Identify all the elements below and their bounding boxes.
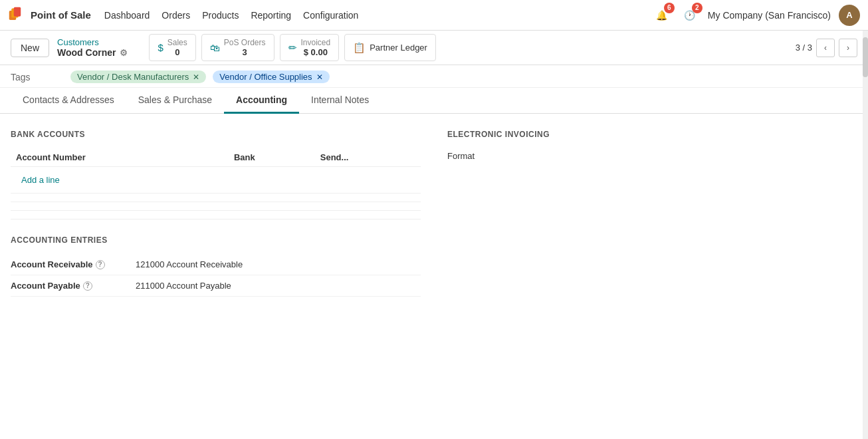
electronic-invoicing-title: ELECTRONIC INVOICING <box>447 130 857 139</box>
divider-1 <box>11 202 421 202</box>
pos-orders-stat-button[interactable]: 🛍 PoS Orders 3 <box>201 34 274 61</box>
page-info: 3 / 3 <box>796 43 812 53</box>
bank-accounts-section-title: BANK ACCOUNTS <box>11 130 421 139</box>
settings-icon[interactable]: ⚙ <box>120 48 128 58</box>
account-payable-value: 211000 Account Payable <box>136 281 231 291</box>
nav-products[interactable]: Products <box>202 10 239 21</box>
tab-sales-label: Sales & Purchase <box>138 94 212 105</box>
nav-orders[interactable]: Orders <box>162 10 190 21</box>
nav-dashboard[interactable]: Dashboard <box>104 10 150 21</box>
stat-buttons: $ Sales 0 🛍 PoS Orders 3 ✏ Invoiced $ 0.… <box>149 34 436 61</box>
tag-vendor-office: Vendor / Office Supplies ✕ <box>213 71 329 83</box>
scrollbar-thumb[interactable] <box>863 37 868 77</box>
tags-row: Tags Vendor / Desk Manufacturers ✕ Vendo… <box>0 65 868 88</box>
account-payable-label: Account Payable <box>11 281 80 291</box>
breadcrumb: Customers Wood Corner ⚙ <box>57 37 128 58</box>
bag-icon: 🛍 <box>210 42 220 53</box>
avatar-initials: A <box>846 10 852 20</box>
tag-vendor-desk-text: Vendor / Desk Manufacturers <box>77 72 189 82</box>
bank-accounts-table: Account Number Bank Send... Add a line <box>11 148 421 194</box>
notifications-button[interactable]: 🔔 6 <box>652 5 672 25</box>
action-bar: New Customers Wood Corner ⚙ $ Sales 0 🛍 … <box>0 31 868 65</box>
nav-reporting[interactable]: Reporting <box>251 10 291 21</box>
pos-orders-label: PoS Orders <box>224 38 266 47</box>
breadcrumb-parent[interactable]: Customers <box>57 37 128 47</box>
tab-internal-notes[interactable]: Internal Notes <box>299 88 381 114</box>
nav-right: 🔔 6 🕐 2 My Company (San Francisco) A <box>652 5 860 26</box>
col-account-number: Account Number <box>11 148 229 167</box>
tag-vendor-office-close-icon[interactable]: ✕ <box>316 73 323 82</box>
sales-label: Sales <box>167 38 187 47</box>
nav-links: Dashboard Orders Products Reporting Conf… <box>104 10 359 21</box>
divider-2 <box>11 210 421 211</box>
app-name: Point of Sale <box>31 9 91 21</box>
invoice-icon: ✏ <box>288 42 297 54</box>
tab-contacts-label: Contacts & Addresses <box>23 94 114 105</box>
tab-accounting-label: Accounting <box>236 94 287 105</box>
account-payable-help-icon[interactable]: ? <box>83 281 92 291</box>
tags-label: Tags <box>11 72 64 82</box>
tab-contacts-addresses[interactable]: Contacts & Addresses <box>11 88 126 114</box>
add-line-link[interactable]: Add a line <box>16 171 65 189</box>
sales-value: 0 <box>167 47 187 57</box>
invoiced-label: Invoiced <box>301 38 331 47</box>
format-label: Format <box>447 148 857 164</box>
prev-page-button[interactable]: ‹ <box>816 39 835 57</box>
tag-vendor-office-text: Vendor / Office Supplies <box>219 72 312 82</box>
svg-rect-2 <box>14 7 21 16</box>
partner-ledger-button[interactable]: 📋 Partner Ledger <box>344 34 436 61</box>
ledger-icon: 📋 <box>353 42 366 54</box>
tab-internal-notes-label: Internal Notes <box>311 94 369 105</box>
col-bank: Bank <box>229 148 315 167</box>
right-panel: ELECTRONIC INVOICING Format <box>447 130 857 416</box>
top-navigation: Point of Sale Dashboard Orders Products … <box>0 0 868 31</box>
accounting-entries-title: ACCOUNTING ENTRIES <box>11 235 421 245</box>
left-panel: BANK ACCOUNTS Account Number Bank Send..… <box>11 130 421 416</box>
notifications-badge: 6 <box>664 3 675 13</box>
tag-vendor-desk: Vendor / Desk Manufacturers ✕ <box>70 71 206 83</box>
divider-3 <box>11 219 421 220</box>
nav-configuration[interactable]: Configuration <box>303 10 358 21</box>
invoiced-value: $ 0.00 <box>301 47 331 57</box>
new-button[interactable]: New <box>11 39 49 57</box>
pagination: 3 / 3 ‹ › <box>796 39 857 57</box>
col-send: Send... <box>315 148 421 167</box>
account-receivable-help-icon[interactable]: ? <box>96 260 105 269</box>
main-content: BANK ACCOUNTS Account Number Bank Send..… <box>0 114 868 432</box>
tag-vendor-desk-close-icon[interactable]: ✕ <box>193 73 199 82</box>
account-receivable-row: Account Receivable ? 121000 Account Rece… <box>11 254 421 275</box>
accounting-entries-section: ACCOUNTING ENTRIES Account Receivable ? … <box>11 235 421 297</box>
breadcrumb-current-label: Wood Corner <box>57 47 116 58</box>
activities-button[interactable]: 🕐 2 <box>680 5 700 25</box>
table-row-add: Add a line <box>11 167 421 194</box>
scrollbar[interactable] <box>863 31 868 439</box>
dollar-icon: $ <box>158 42 163 53</box>
account-payable-row: Account Payable ? 211000 Account Payable <box>11 275 421 297</box>
company-name: My Company (San Francisco) <box>708 10 831 21</box>
tab-sales-purchase[interactable]: Sales & Purchase <box>126 88 224 114</box>
partner-ledger-label: Partner Ledger <box>370 43 427 53</box>
tab-accounting[interactable]: Accounting <box>224 88 299 114</box>
pos-logo-icon <box>8 6 27 25</box>
pos-orders-value: 3 <box>224 47 266 57</box>
next-page-button[interactable]: › <box>839 39 857 57</box>
tabs: Contacts & Addresses Sales & Purchase Ac… <box>0 88 868 114</box>
invoiced-stat-button[interactable]: ✏ Invoiced $ 0.00 <box>280 34 340 61</box>
app-logo: Point of Sale <box>8 6 91 25</box>
account-receivable-value: 121000 Account Receivable <box>136 259 243 269</box>
sales-stat-button[interactable]: $ Sales 0 <box>149 34 195 61</box>
avatar[interactable]: A <box>839 5 860 26</box>
account-receivable-label: Account Receivable <box>11 259 93 269</box>
activities-badge: 2 <box>692 3 703 13</box>
